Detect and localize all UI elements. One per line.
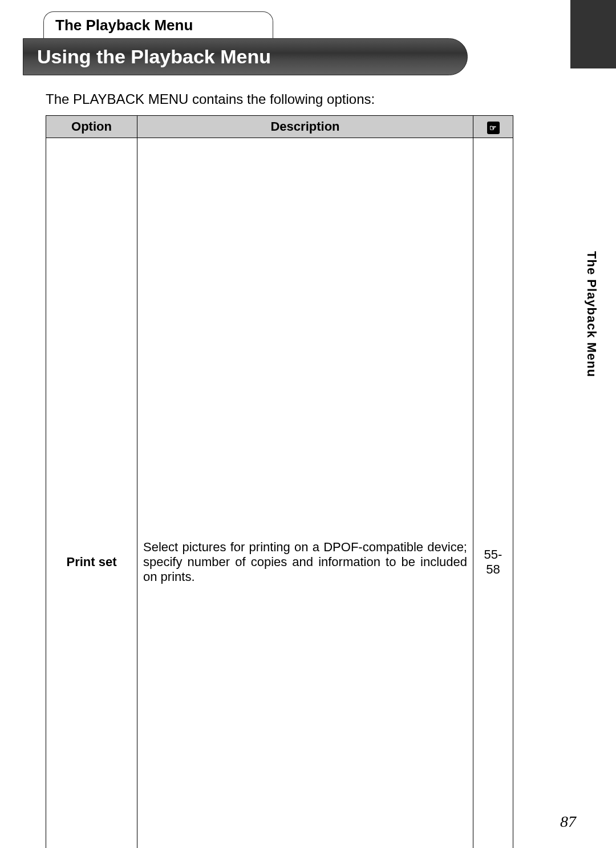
side-section-label: The Playback Menu (584, 251, 599, 377)
section-tab: The Playback Menu (43, 11, 273, 39)
opt-name: Print set (46, 138, 137, 849)
col-page-ref: ☞ (473, 116, 513, 138)
col-option: Option (46, 116, 137, 138)
page-number: 87 (560, 813, 576, 831)
intro-text: The PLAYBACK MENU contains the following… (46, 91, 582, 107)
thumb-tab (570, 0, 616, 68)
col-description: Description (137, 116, 473, 138)
table-row: Print set Select pictures for printing o… (46, 138, 513, 849)
options-table: Option Description ☞ Print set Select pi… (46, 115, 513, 848)
opt-page: 55-58 (473, 138, 513, 849)
page-ref-icon: ☞ (487, 122, 500, 134)
opt-desc: Select pictures for printing on a DPOF-c… (137, 138, 473, 849)
page-title: Using the Playback Menu (23, 38, 468, 75)
